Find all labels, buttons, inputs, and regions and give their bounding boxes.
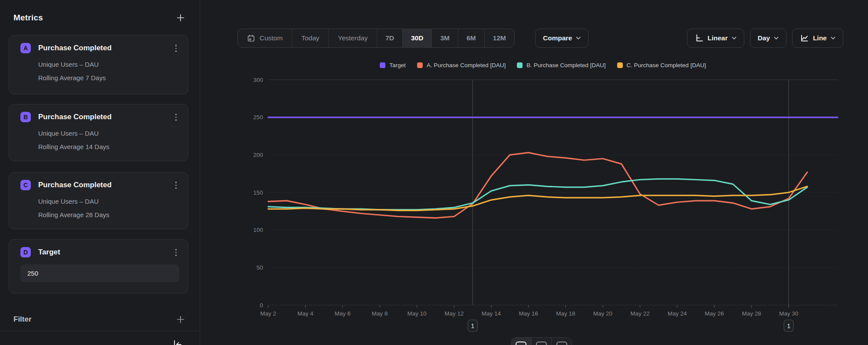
- metric-menu-button[interactable]: [173, 43, 180, 54]
- filter-title: Filter: [13, 315, 32, 324]
- annotation-badge-label: 1: [787, 322, 790, 329]
- interval-selector-button[interactable]: Day: [750, 29, 786, 48]
- chevron-down-icon: [576, 36, 581, 40]
- y-axis-tick-label: 50: [256, 264, 263, 271]
- x-axis-tick-label: May 22: [631, 310, 650, 317]
- compare-button[interactable]: Compare: [535, 29, 589, 48]
- metric-transform: Rolling Average 14 Days: [38, 143, 179, 150]
- metrics-sidebar: Metrics APurchase CompletedUnique Users …: [0, 0, 200, 345]
- x-axis-tick-label: May 12: [444, 310, 464, 317]
- interval-label: Day: [758, 34, 770, 42]
- chart-type-selector-button[interactable]: Line: [792, 29, 843, 48]
- summary-view-icon: [556, 342, 567, 345]
- range-option-12m[interactable]: 12M: [485, 29, 514, 47]
- range-option-label: Today: [301, 34, 319, 42]
- target-metric-card: D Target: [9, 239, 188, 293]
- chevron-down-icon: [774, 36, 779, 40]
- calendar-icon: [247, 34, 255, 42]
- metric-badge: D: [20, 247, 31, 257]
- range-option-label: 30D: [411, 34, 423, 42]
- x-axis-tick-label: May 28: [742, 310, 761, 317]
- view-toggle-table[interactable]: [532, 338, 552, 345]
- y-axis-tick-label: 100: [253, 227, 263, 233]
- x-axis-tick-label: May 4: [297, 310, 313, 317]
- range-option-label: 7D: [385, 34, 394, 42]
- range-option-today[interactable]: Today: [292, 29, 329, 47]
- plus-icon: [176, 315, 185, 324]
- y-axis-tick-label: 200: [253, 152, 263, 158]
- view-toggle-control: [511, 337, 572, 345]
- range-option-label: Yesterday: [338, 34, 368, 42]
- range-option-label: Custom: [260, 34, 283, 42]
- x-axis-tick-label: May 8: [372, 310, 388, 317]
- y-axis-tick-label: 0: [260, 302, 263, 309]
- x-axis-tick-label: May 24: [667, 310, 687, 317]
- linear-axis-icon: [695, 34, 704, 42]
- x-axis-tick-label: May 30: [779, 310, 798, 317]
- chevron-down-icon: [831, 36, 835, 40]
- x-axis-tick-label: May 14: [482, 310, 501, 317]
- range-option-yesterday[interactable]: Yesterday: [329, 29, 377, 47]
- target-value-input[interactable]: [20, 264, 179, 282]
- x-axis-tick-label: May 16: [519, 310, 538, 317]
- x-axis-tick-label: May 26: [705, 310, 724, 317]
- scale-label: Linear: [707, 34, 728, 42]
- metric-title: Purchase Completed: [38, 44, 165, 52]
- x-axis-tick-label: May 10: [408, 310, 427, 317]
- metric-badge: A: [20, 43, 31, 53]
- line-chart-icon: [800, 34, 809, 42]
- metric-transform: Rolling Average 7 Days: [38, 74, 179, 81]
- metric-card: APurchase CompletedUnique Users – DAURol…: [9, 35, 188, 94]
- line-chart: 05010015020025030011May 2May 4May 6May 8…: [241, 65, 845, 342]
- chart-view-icon: [516, 342, 526, 345]
- annotation-badge-label: 1: [471, 322, 474, 329]
- range-option-7d[interactable]: 7D: [377, 29, 403, 47]
- x-axis-tick-label: May 18: [556, 310, 575, 317]
- compare-label: Compare: [543, 34, 572, 42]
- metric-title: Purchase Completed: [38, 181, 165, 189]
- x-axis-tick-label: May 6: [335, 310, 351, 317]
- metric-measure: Unique Users – DAU: [38, 130, 179, 137]
- series-line[interactable]: [268, 179, 807, 210]
- sidebar-main-divider: [200, 0, 200, 345]
- metric-card: CPurchase CompletedUnique Users – DAURol…: [9, 172, 188, 229]
- chart-options-group: Linear Day Line: [687, 29, 843, 48]
- y-axis-tick-label: 300: [253, 77, 263, 83]
- metrics-title: Metrics: [13, 13, 43, 23]
- range-option-label: 6M: [467, 34, 476, 42]
- metric-measure: Unique Users – DAU: [38, 61, 179, 68]
- scale-selector-button[interactable]: Linear: [687, 29, 744, 48]
- filter-section-header: Filter: [13, 314, 186, 325]
- metric-menu-button[interactable]: [173, 112, 180, 123]
- date-range-segmented-control: CustomTodayYesterday7D30D3M6M12M: [237, 29, 515, 48]
- range-option-6m[interactable]: 6M: [458, 29, 485, 47]
- metric-badge: B: [20, 112, 31, 122]
- collapse-arrow-icon: [172, 339, 183, 345]
- metric-menu-button[interactable]: [173, 180, 180, 191]
- chevron-down-icon: [732, 36, 736, 40]
- metrics-header: Metrics: [13, 12, 186, 23]
- add-filter-button[interactable]: [175, 314, 186, 325]
- view-toggle-chart[interactable]: [511, 338, 532, 345]
- range-option-label: 12M: [493, 34, 506, 42]
- range-option-label: 3M: [440, 34, 450, 42]
- metric-card: BPurchase CompletedUnique Users – DAURol…: [9, 104, 188, 161]
- add-metric-button[interactable]: [175, 12, 186, 23]
- collapse-sidebar-button[interactable]: [171, 338, 184, 345]
- metric-menu-button[interactable]: [173, 247, 180, 258]
- series-line[interactable]: [268, 186, 807, 211]
- view-toggle-summary[interactable]: [552, 338, 572, 345]
- metric-title: Purchase Completed: [38, 113, 165, 121]
- metric-measure: Unique Users – DAU: [38, 198, 179, 205]
- table-view-icon: [536, 342, 547, 345]
- x-axis-tick-label: May 20: [593, 310, 612, 317]
- range-option-30d[interactable]: 30D: [403, 29, 432, 47]
- chart-type-label: Line: [813, 34, 827, 42]
- metric-transform: Rolling Average 28 Days: [38, 211, 179, 218]
- plus-icon: [176, 13, 185, 23]
- range-option-custom[interactable]: Custom: [238, 29, 292, 47]
- y-axis-tick-label: 250: [253, 114, 263, 120]
- x-axis-tick-label: May 2: [260, 310, 276, 317]
- metric-badge: C: [20, 180, 31, 190]
- range-option-3m[interactable]: 3M: [432, 29, 458, 47]
